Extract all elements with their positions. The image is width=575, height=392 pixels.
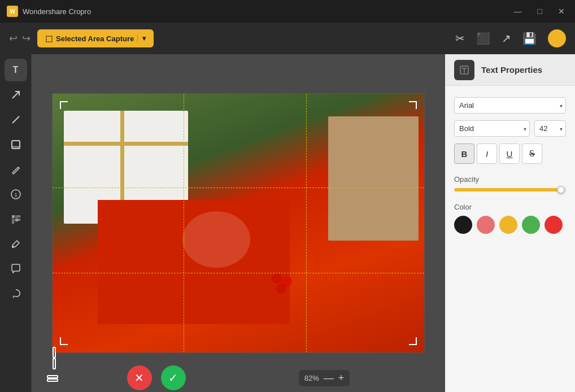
handle-bottom-left[interactable] — [60, 337, 68, 345]
undo-redo-group: ↩ ↪ — [9, 32, 31, 45]
svg-line-4 — [18, 167, 19, 168]
title-bar-left: W Wondershare Cropro — [7, 6, 91, 17]
opacity-thumb[interactable] — [557, 186, 565, 194]
pencil-icon — [10, 164, 21, 175]
panel-header: Text Properties — [445, 54, 575, 86]
confirm-button[interactable]: ✓ — [161, 365, 186, 390]
app-title: Wondershare Cropro — [23, 7, 91, 16]
svg-rect-9 — [12, 219, 15, 221]
main-area: T 1 — [0, 54, 575, 392]
bottom-bar: ✕ ✓ 82% — + — [32, 364, 445, 392]
lasso-tool-button[interactable] — [5, 282, 27, 305]
cut-button[interactable]: ✂ — [455, 32, 465, 45]
capture-dropdown-icon: ▾ — [137, 34, 146, 42]
opacity-slider[interactable] — [454, 188, 566, 191]
svg-rect-12 — [18, 219, 20, 221]
svg-point-14 — [12, 246, 14, 248]
svg-rect-13 — [12, 221, 14, 224]
color-swatch-pink[interactable] — [477, 216, 495, 234]
guide-line-vertical-left — [184, 94, 184, 352]
underline-button[interactable]: U — [499, 143, 520, 164]
speech-bubble-icon — [10, 263, 21, 275]
arrow-tool-button[interactable] — [5, 84, 27, 106]
color-swatches — [454, 216, 566, 234]
canvas-area[interactable]: ✕ ✓ 82% — + — [32, 54, 445, 392]
font-weight-select[interactable]: Bold — [454, 120, 530, 137]
canvas-image — [53, 94, 424, 352]
minimize-button[interactable]: — — [511, 6, 525, 17]
undo-button[interactable]: ↩ — [9, 32, 18, 45]
share-button[interactable]: ↗ — [502, 32, 511, 45]
svg-rect-7 — [12, 215, 15, 218]
capture-label: Selected Area Capture — [56, 34, 134, 43]
line-icon — [10, 114, 21, 125]
text-tool-button[interactable]: T — [5, 59, 27, 81]
font-weight-select-wrap: Bold ▾ — [454, 120, 530, 137]
app-icon: W — [7, 6, 18, 17]
toolbar-left: ↩ ↪ ⬚ Selected Area Capture ▾ — [9, 29, 154, 47]
avatar — [548, 29, 566, 47]
maximize-button[interactable]: □ — [534, 6, 546, 17]
bold-button[interactable]: B — [454, 143, 474, 164]
strikethrough-button[interactable]: S̶ — [522, 143, 542, 164]
mosaic-icon — [10, 214, 21, 225]
font-style-row: Bold ▾ 42 ▾ — [454, 120, 566, 137]
color-swatch-black[interactable] — [454, 216, 472, 234]
toolbar-right: ✂ ⬛ ↗ 💾 — [455, 29, 566, 47]
cancel-button[interactable]: ✕ — [127, 365, 152, 390]
handle-bottom-right[interactable] — [409, 337, 417, 345]
guide-line-horizontal-top — [53, 188, 424, 188]
svg-line-1 — [12, 116, 19, 123]
arrow-icon — [10, 89, 21, 101]
paint-tool-button[interactable] — [5, 233, 27, 255]
svg-text:1: 1 — [14, 192, 17, 198]
mosaic-tool-button[interactable] — [5, 208, 27, 230]
zoom-control: 82% — + — [299, 370, 350, 386]
handle-top-right[interactable] — [409, 101, 417, 109]
stamp-tool-button[interactable] — [5, 133, 27, 156]
handle-mid-left[interactable] — [53, 347, 56, 358]
font-family-select[interactable]: Arial — [454, 97, 566, 114]
zoom-out-button[interactable]: — — [324, 372, 334, 384]
toolbar: ↩ ↪ ⬚ Selected Area Capture ▾ ✂ ⬛ ↗ 💾 — [0, 23, 575, 54]
color-swatch-green[interactable] — [522, 216, 540, 234]
svg-line-0 — [12, 92, 19, 98]
capture-button[interactable]: ⬚ Selected Area Capture ▾ — [37, 29, 154, 47]
italic-button[interactable]: I — [477, 143, 497, 164]
panel-title: Text Properties — [481, 65, 542, 75]
redo-button[interactable]: ↪ — [22, 32, 31, 45]
action-buttons: ✕ ✓ — [127, 365, 186, 390]
font-size-select[interactable]: 42 — [534, 120, 566, 137]
font-family-row: Arial ▾ — [454, 97, 566, 114]
text-edit-icon — [459, 65, 469, 75]
window-controls: — □ ✕ — [511, 6, 568, 17]
monitor-button[interactable]: ⬛ — [476, 32, 490, 45]
image-container — [52, 93, 425, 353]
svg-rect-11 — [18, 215, 20, 217]
number-icon: 1 — [10, 189, 21, 200]
number-tool-button[interactable]: 1 — [5, 183, 27, 206]
lasso-icon — [10, 288, 21, 299]
close-button[interactable]: ✕ — [555, 6, 568, 17]
color-swatch-yellow[interactable] — [499, 216, 517, 234]
svg-rect-8 — [15, 215, 18, 218]
format-row: B I U S̶ — [454, 143, 566, 164]
zoom-value: 82% — [304, 374, 319, 382]
svg-rect-2 — [12, 141, 20, 149]
line-tool-button[interactable] — [5, 108, 27, 131]
color-swatch-red[interactable] — [544, 216, 563, 234]
pencil-tool-button[interactable] — [5, 158, 27, 181]
font-family-select-wrap: Arial ▾ — [454, 97, 566, 114]
title-bar: W Wondershare Cropro — □ ✕ — [0, 0, 575, 23]
zoom-in-button[interactable]: + — [338, 372, 345, 384]
save-button[interactable]: 💾 — [522, 32, 537, 45]
tools-panel: T 1 — [0, 54, 32, 392]
opacity-section: Opacity — [454, 175, 566, 191]
paint-icon — [10, 238, 21, 250]
svg-rect-10 — [15, 219, 18, 221]
right-panel: Text Properties Arial ▾ Bold ▾ — [445, 54, 575, 392]
panel-tool-icon — [454, 60, 474, 80]
speech-bubble-tool-button[interactable] — [5, 258, 27, 280]
handle-top-left[interactable] — [60, 101, 68, 109]
capture-icon: ⬚ — [45, 34, 53, 43]
